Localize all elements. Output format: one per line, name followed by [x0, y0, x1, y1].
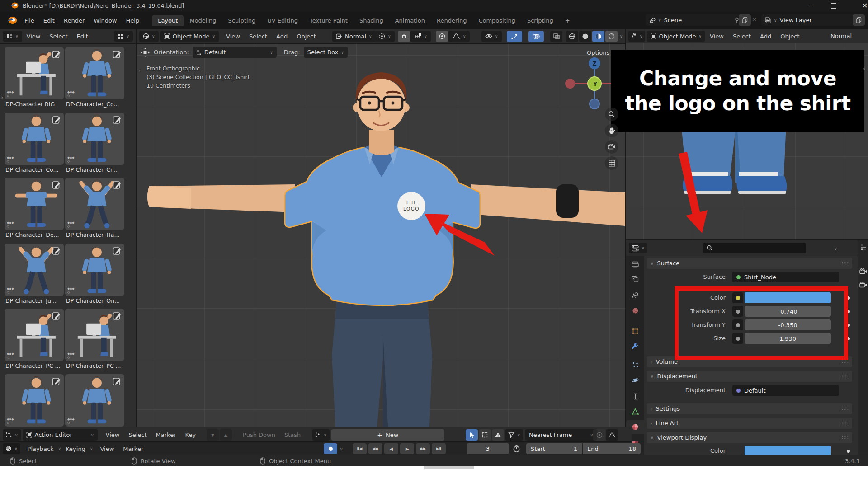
- shading-wireframe-button[interactable]: [566, 31, 578, 42]
- viewport2-menu-select[interactable]: Select: [728, 33, 755, 40]
- tab-view-layer-properties[interactable]: [626, 272, 644, 286]
- menu-help[interactable]: Help: [122, 17, 144, 24]
- tab-particle-properties[interactable]: [626, 358, 644, 371]
- asset-menu-select[interactable]: Select: [45, 33, 72, 40]
- asset-thumbnail[interactable]: ◆▪◆◇: [5, 113, 64, 165]
- scene-selector[interactable]: ∨ Scene: [646, 14, 743, 26]
- dopesheet-menu-marker[interactable]: Marker: [151, 432, 181, 438]
- section-surface[interactable]: ∨ Surface ∷∷: [647, 258, 852, 269]
- asset-thumbnail[interactable]: ◆▪◆◇: [65, 113, 124, 165]
- shading-solid-button[interactable]: [579, 31, 591, 42]
- tab-object-properties[interactable]: [626, 324, 644, 338]
- keying-menu[interactable]: Keying: [61, 446, 90, 452]
- edit-asset-icon[interactable]: [112, 180, 122, 190]
- playback-menu[interactable]: Playback: [23, 446, 58, 452]
- edit-asset-icon[interactable]: [112, 49, 122, 59]
- new-action-button[interactable]: + New: [331, 429, 444, 441]
- edit-asset-icon[interactable]: [112, 311, 122, 321]
- box-select-tool-button[interactable]: [479, 429, 491, 441]
- size-slider[interactable]: 1.930: [745, 333, 831, 344]
- animate-dot[interactable]: [847, 450, 850, 453]
- color-swatch[interactable]: [745, 292, 831, 303]
- section-grip[interactable]: ∷∷: [842, 359, 849, 364]
- visibility-dropdown[interactable]: ∨: [481, 31, 502, 42]
- gizmos-toggle[interactable]: [507, 31, 522, 42]
- overlays-toggle[interactable]: [528, 31, 544, 42]
- scene-new-button[interactable]: [739, 14, 751, 26]
- display-mode-button[interactable]: ∨: [114, 31, 133, 42]
- asset-menu-edit[interactable]: Edit: [72, 33, 93, 40]
- editor-type-button[interactable]: ∨: [629, 243, 647, 253]
- falloff-dropdown[interactable]: [606, 429, 618, 441]
- move-down-button[interactable]: ▼: [207, 429, 219, 441]
- asset-thumbnail[interactable]: ◆▪◆◇: [5, 309, 64, 361]
- edit-asset-icon[interactable]: [52, 49, 61, 59]
- animate-dot[interactable]: [847, 324, 850, 327]
- mode-dropdown[interactable]: Object Mode ∨: [160, 31, 219, 42]
- displacement-dropdown[interactable]: Default: [732, 385, 839, 396]
- editor-type-button[interactable]: ∨: [628, 31, 645, 42]
- prev-keyframe-button[interactable]: ◀◆: [368, 443, 382, 454]
- tab-rendering[interactable]: Rendering: [431, 15, 472, 26]
- viewport2-menu-object[interactable]: Object: [776, 33, 804, 40]
- action-editor-mode-dropdown[interactable]: Action Editor ∨: [23, 429, 98, 441]
- editor-type-button[interactable]: ∨: [3, 443, 20, 454]
- tab-texture-paint[interactable]: Texture Paint: [304, 15, 354, 26]
- edit-asset-icon[interactable]: [112, 246, 122, 256]
- snap-toggle[interactable]: [398, 31, 410, 42]
- asset-thumbnail[interactable]: ◆▪◆◇: [5, 178, 64, 230]
- tab-world-properties[interactable]: [626, 304, 644, 317]
- blender-logo-icon[interactable]: [6, 16, 17, 25]
- menu-file[interactable]: File: [20, 17, 39, 24]
- proportional-editing-toggle[interactable]: [436, 31, 448, 42]
- edit-asset-icon[interactable]: [52, 115, 61, 125]
- edit-asset-icon[interactable]: [112, 115, 122, 125]
- stopwatch-icon[interactable]: [513, 445, 520, 453]
- menu-edit[interactable]: Edit: [39, 17, 59, 24]
- close-button[interactable]: ×: [858, 1, 868, 9]
- tab-animation[interactable]: Animation: [389, 15, 431, 26]
- tab-scripting[interactable]: Scripting: [521, 15, 559, 26]
- action-id-button[interactable]: ∨: [312, 429, 330, 441]
- tab-output-properties[interactable]: [626, 258, 644, 271]
- tab-uv-editing[interactable]: UV Editing: [261, 15, 304, 26]
- character-model[interactable]: THE LOGO: [137, 43, 625, 427]
- toolbar-expand-arrow[interactable]: ›: [138, 66, 141, 75]
- auto-key-toggle[interactable]: [324, 443, 337, 454]
- xray-toggle[interactable]: [550, 31, 562, 42]
- jump-to-end-button[interactable]: ▶▮: [432, 443, 446, 454]
- viewport-canvas[interactable]: THE LOGO: [137, 43, 625, 427]
- end-frame-field[interactable]: End 18: [583, 443, 641, 454]
- section-grip[interactable]: ∷∷: [842, 421, 849, 426]
- proportional-falloff-dropdown[interactable]: ∨: [448, 31, 470, 42]
- edit-asset-icon[interactable]: [52, 311, 61, 321]
- editor-type-button[interactable]: ∨: [3, 429, 21, 441]
- asset-thumbnail[interactable]: ◆▪◆◇: [5, 374, 64, 427]
- asset-thumbnail[interactable]: ◆▪◆◇: [65, 47, 124, 99]
- vd-color-swatch[interactable]: [745, 446, 831, 456]
- jump-to-start-button[interactable]: ▮◀: [353, 443, 367, 454]
- editor-type-button[interactable]: ∨: [139, 31, 159, 42]
- timeline-menu-view[interactable]: View: [95, 446, 118, 452]
- dopesheet-menu-select[interactable]: Select: [124, 432, 151, 438]
- select-tool-button[interactable]: [466, 429, 478, 441]
- pivot-point-dropdown[interactable]: ∨: [375, 31, 395, 42]
- asset-thumbnail[interactable]: ◆▪◆◇: [65, 309, 124, 361]
- transform-y-slider[interactable]: -0.350: [745, 319, 831, 330]
- next-keyframe-button[interactable]: ◆▶: [416, 443, 430, 454]
- tab-data-properties[interactable]: [626, 405, 644, 418]
- edit-asset-icon[interactable]: [52, 376, 61, 386]
- asset-thumbnail[interactable]: ◆▪◆◇: [65, 374, 124, 427]
- tab-physics-properties[interactable]: [626, 373, 644, 387]
- menu-window[interactable]: Window: [89, 17, 121, 24]
- add-workspace-button[interactable]: +: [559, 15, 576, 26]
- tab-sculpting[interactable]: Sculpting: [222, 15, 261, 26]
- asset-thumbnail[interactable]: ◆▪◆◇: [65, 244, 124, 296]
- viewport-menu-add[interactable]: Add: [272, 33, 292, 40]
- section-grip[interactable]: ∷∷: [842, 261, 849, 266]
- snap-settings-dropdown[interactable]: ∨: [410, 31, 431, 42]
- dopesheet-menu-view[interactable]: View: [101, 432, 124, 438]
- maximize-button[interactable]: [831, 3, 836, 10]
- viewport-menu-object[interactable]: Object: [292, 33, 320, 40]
- tab-layout[interactable]: Layout: [152, 15, 184, 26]
